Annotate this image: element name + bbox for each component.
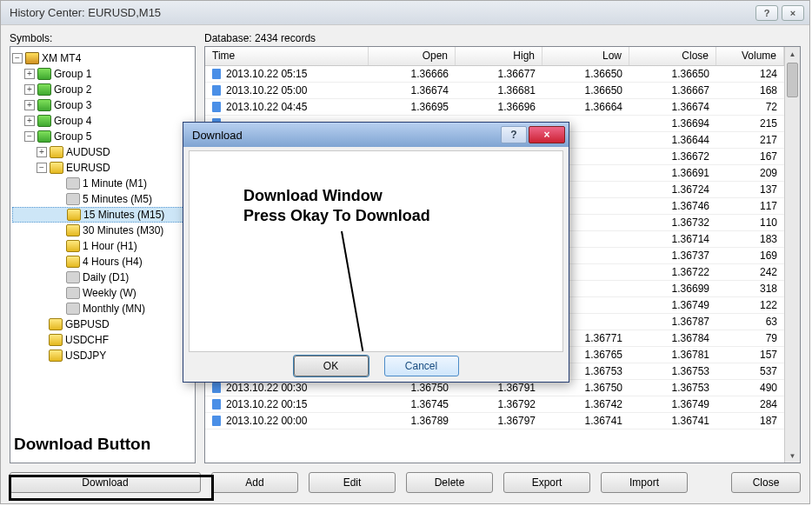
folder-icon <box>37 68 51 80</box>
cell-volume: 79 <box>716 332 784 344</box>
period-icon <box>66 240 80 252</box>
close-button[interactable]: Close <box>731 472 801 493</box>
bar-icon <box>212 85 221 96</box>
tree-period[interactable]: 15 Minutes (M15) <box>12 207 193 223</box>
dialog-close-button[interactable]: × <box>529 126 565 143</box>
download-button[interactable]: Download <box>10 472 201 493</box>
cell-open: 1.36674 <box>369 84 456 97</box>
folder-icon <box>37 99 51 111</box>
tree-group[interactable]: + Group 1 <box>12 66 193 82</box>
table-row[interactable]: 2013.10.22 00:15 1.36745 1.36792 1.36742… <box>205 396 784 413</box>
dialog-help-button[interactable]: ? <box>501 126 527 143</box>
cell-close: 1.36699 <box>629 283 716 295</box>
tree-group[interactable]: + Group 3 <box>12 97 193 113</box>
tree-symbol[interactable]: + AUDUSD <box>12 144 193 160</box>
tree-period[interactable]: 1 Minute (M1) <box>12 176 193 191</box>
symbol-icon <box>50 162 63 174</box>
scroll-up-icon[interactable]: ▲ <box>785 47 800 61</box>
table-row[interactable]: 2013.10.22 05:00 1.36674 1.36681 1.36650… <box>205 83 784 99</box>
dialog-ok-button[interactable]: OK <box>294 356 369 376</box>
cell-volume: 137 <box>716 183 784 196</box>
tree-group[interactable]: + Group 4 <box>12 113 193 129</box>
edit-button[interactable]: Edit <box>309 472 396 493</box>
period-icon <box>66 256 80 268</box>
period-icon <box>66 193 80 205</box>
expand-icon[interactable]: + <box>24 116 35 126</box>
tree-symbol[interactable]: USDJPY <box>12 348 193 363</box>
import-button[interactable]: Import <box>601 472 688 493</box>
symbol-icon <box>49 350 63 362</box>
window-close-button[interactable]: × <box>782 5 804 21</box>
tree-symbol[interactable]: GBPUSD <box>12 316 193 332</box>
col-time[interactable]: Time <box>205 47 369 65</box>
tree-period[interactable]: 4 Hours (H4) <box>12 254 193 270</box>
close-icon: × <box>790 8 795 18</box>
expand-icon[interactable]: + <box>24 100 35 110</box>
cell-open: 1.36695 <box>369 101 456 113</box>
cell-close: 1.36724 <box>629 183 716 196</box>
scroll-thumb[interactable] <box>787 63 798 97</box>
cell-volume: 110 <box>716 216 784 229</box>
table-row[interactable]: 2013.10.22 04:45 1.36695 1.36696 1.36664… <box>205 99 784 116</box>
tree-period[interactable]: 1 Hour (H1) <box>12 238 193 254</box>
cell-close: 1.36784 <box>629 332 716 344</box>
col-high[interactable]: High <box>456 47 542 65</box>
cell-close: 1.36694 <box>629 117 716 130</box>
cell-volume: 169 <box>716 250 784 262</box>
button-bar: Download Add Edit Delete Export Import C… <box>1 470 809 498</box>
scroll-down-icon[interactable]: ▼ <box>785 449 800 463</box>
cell-close: 1.36644 <box>629 134 716 146</box>
cell-time: 2013.10.22 05:15 <box>205 68 369 80</box>
col-low[interactable]: Low <box>542 47 629 65</box>
col-open[interactable]: Open <box>369 47 456 65</box>
cell-high: 1.36797 <box>456 415 542 427</box>
dialog-cancel-button[interactable]: Cancel <box>384 356 459 376</box>
delete-button[interactable]: Delete <box>406 472 493 493</box>
tree-period[interactable]: 30 Minutes (M30) <box>12 223 193 238</box>
cell-close: 1.36691 <box>629 167 716 179</box>
dialog-titlebar[interactable]: Download ? × <box>183 123 569 147</box>
dialog-title: Download <box>192 129 243 142</box>
cell-time: 2013.10.22 00:30 <box>205 382 369 394</box>
tree-symbol[interactable]: − EURUSD <box>12 160 193 176</box>
tree-period[interactable]: Monthly (MN) <box>12 301 193 316</box>
expand-icon[interactable]: + <box>24 84 35 95</box>
expand-icon[interactable]: + <box>24 69 35 79</box>
export-button[interactable]: Export <box>503 472 590 493</box>
cell-volume: 537 <box>716 365 784 377</box>
cell-low: 1.36650 <box>542 84 629 97</box>
period-icon <box>66 287 80 299</box>
cell-close: 1.36746 <box>629 200 716 212</box>
symbols-tree[interactable]: − XM MT4 + Group 1 + Group 2 + Group 3 +… <box>10 46 196 463</box>
expand-icon[interactable]: + <box>37 147 47 157</box>
cell-close: 1.36787 <box>629 316 716 328</box>
cell-open: 1.36666 <box>369 68 456 80</box>
tree-group[interactable]: − Group 5 <box>12 129 193 144</box>
tree-group-label: Group 4 <box>54 115 91 127</box>
tree-group[interactable]: + Group 2 <box>12 82 193 97</box>
col-close[interactable]: Close <box>629 47 716 65</box>
table-row[interactable]: 2013.10.22 00:00 1.36789 1.36797 1.36741… <box>205 413 784 429</box>
tree-root[interactable]: − XM MT4 <box>12 50 193 66</box>
vertical-scrollbar[interactable]: ▲ ▼ <box>784 47 800 463</box>
database-label: Database: 2434 records <box>204 32 801 44</box>
tree-period-label: 1 Minute (M1) <box>83 177 147 190</box>
collapse-icon[interactable]: − <box>12 53 23 63</box>
tree-period[interactable]: Daily (D1) <box>12 270 193 285</box>
cell-time: 2013.10.22 00:00 <box>205 415 369 427</box>
cell-volume: 63 <box>716 316 784 328</box>
add-button[interactable]: Add <box>211 472 298 493</box>
tree-symbol[interactable]: USDCHF <box>12 332 193 348</box>
help-button[interactable]: ? <box>755 5 778 21</box>
grid-header[interactable]: Time Open High Low Close Volume <box>205 47 784 66</box>
tree-period-label: 15 Minutes (M15) <box>83 209 164 221</box>
home-icon <box>25 52 39 64</box>
folder-icon <box>37 130 51 143</box>
col-volume[interactable]: Volume <box>716 47 784 65</box>
table-row[interactable]: 2013.10.22 05:15 1.36666 1.36677 1.36650… <box>205 66 784 83</box>
collapse-icon[interactable]: − <box>37 163 47 173</box>
titlebar[interactable]: History Center: EURUSD,M15 ? × <box>1 1 809 25</box>
expand-icon[interactable]: − <box>24 131 35 142</box>
tree-period[interactable]: Weekly (W) <box>12 285 193 301</box>
tree-period[interactable]: 5 Minutes (M5) <box>12 191 193 207</box>
